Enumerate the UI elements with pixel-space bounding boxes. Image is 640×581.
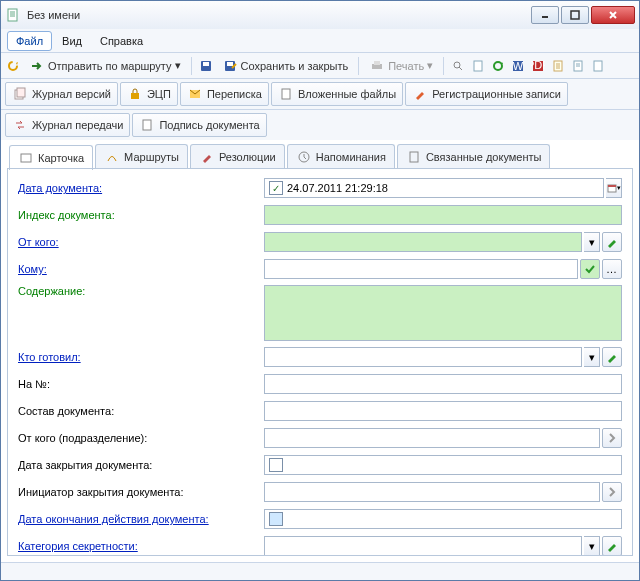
pdf-icon[interactable]: PDF — [530, 58, 546, 74]
secrecy-input[interactable] — [264, 536, 582, 556]
maximize-button[interactable] — [561, 6, 589, 24]
minimize-button[interactable] — [531, 6, 559, 24]
secrecy-edit-button[interactable] — [602, 536, 622, 556]
from-input[interactable] — [264, 232, 582, 252]
save-close-icon — [222, 58, 238, 74]
attach-icon — [278, 86, 294, 102]
label-secrecy[interactable]: Категория секретности: — [18, 540, 264, 552]
versions-button[interactable]: Журнал версий — [5, 82, 118, 106]
signature-button[interactable]: ЭЦП — [120, 82, 178, 106]
doc-index-input[interactable] — [264, 205, 622, 225]
close-button[interactable] — [591, 6, 635, 24]
save-close-button[interactable]: Сохранить и закрыть — [218, 56, 353, 76]
menubar: Файл Вид Справка — [1, 29, 639, 53]
menu-view[interactable]: Вид — [54, 32, 90, 50]
svg-point-3 — [9, 62, 17, 70]
page2-icon[interactable] — [570, 58, 586, 74]
from-dropdown[interactable]: ▾ — [584, 232, 600, 252]
versions-icon — [12, 86, 28, 102]
calendar-dropdown[interactable]: ▾ — [606, 178, 622, 198]
menu-help[interactable]: Справка — [92, 32, 151, 50]
refresh-green-icon[interactable] — [490, 58, 506, 74]
route-icon — [104, 149, 120, 165]
attachments-button[interactable]: Вложенные файлы — [271, 82, 403, 106]
prepared-dropdown[interactable]: ▾ — [584, 347, 600, 367]
save-icon[interactable] — [198, 58, 214, 74]
tab-reminders[interactable]: Напоминания — [287, 144, 395, 169]
to-input[interactable] — [264, 259, 578, 279]
transfer-log-button[interactable]: Журнал передачи — [5, 113, 130, 137]
svg-rect-24 — [282, 89, 290, 99]
from-dept-go-button[interactable] — [602, 428, 622, 448]
svg-rect-7 — [227, 62, 233, 66]
close-init-input[interactable] — [264, 482, 600, 502]
tab-card[interactable]: Карточка — [9, 145, 93, 170]
lock-icon — [127, 86, 143, 102]
composition-input[interactable] — [264, 401, 622, 421]
menu-file[interactable]: Файл — [7, 31, 52, 51]
tab-routes[interactable]: Маршруты — [95, 144, 188, 169]
svg-rect-0 — [8, 9, 17, 21]
doc-icon — [406, 149, 422, 165]
statusbar — [1, 562, 639, 580]
on-no-input[interactable] — [264, 374, 622, 394]
expiry-checkbox[interactable] — [269, 512, 283, 526]
expiry-input[interactable] — [264, 509, 622, 529]
doc-list-icon[interactable] — [550, 58, 566, 74]
close-init-go-button[interactable] — [602, 482, 622, 502]
label-close-date: Дата закрытия документа: — [18, 459, 264, 471]
clock-icon — [296, 149, 312, 165]
secrecy-dropdown[interactable]: ▾ — [584, 536, 600, 556]
page-icon[interactable] — [470, 58, 486, 74]
document-icon — [5, 7, 21, 23]
label-doc-index: Индекс документа: — [18, 209, 264, 221]
to-check-button[interactable] — [580, 259, 600, 279]
action-buttons-row-2: Журнал передачи Подпись документа — [1, 110, 639, 140]
action-buttons-row-1: Журнал версий ЭЦП Переписка Вложенные фа… — [1, 79, 639, 110]
prepared-edit-button[interactable] — [602, 347, 622, 367]
label-expiry[interactable]: Дата окончания действия документа: — [18, 513, 264, 525]
print-button[interactable]: Печать ▾ — [365, 56, 437, 76]
svg-text:PDF: PDF — [531, 59, 545, 71]
content-input[interactable] — [264, 285, 622, 341]
pencil-icon — [412, 86, 428, 102]
registration-button[interactable]: Регистрационные записи — [405, 82, 568, 106]
label-prepared[interactable]: Кто готовил: — [18, 351, 264, 363]
card-icon — [18, 150, 34, 166]
close-date-checkbox[interactable] — [269, 458, 283, 472]
svg-rect-28 — [410, 152, 418, 162]
from-edit-button[interactable] — [602, 232, 622, 252]
svg-rect-22 — [131, 93, 139, 99]
toolbar: Отправить по маршруту ▾ Сохранить и закр… — [1, 53, 639, 79]
svg-rect-9 — [374, 61, 380, 65]
reload-icon[interactable] — [5, 58, 21, 74]
doc-date-checkbox[interactable] — [269, 181, 283, 195]
docsig-icon — [139, 117, 155, 133]
close-date-input[interactable] — [264, 455, 622, 475]
svg-rect-21 — [17, 88, 25, 97]
mail-button[interactable]: Переписка — [180, 82, 269, 106]
find-icon[interactable] — [450, 58, 466, 74]
word-icon[interactable]: W — [510, 58, 526, 74]
to-browse-button[interactable]: … — [602, 259, 622, 279]
mail-icon — [187, 86, 203, 102]
from-dept-input[interactable] — [264, 428, 600, 448]
label-to[interactable]: Кому: — [18, 263, 264, 275]
page3-icon[interactable] — [590, 58, 606, 74]
label-doc-date[interactable]: Дата документа: — [18, 182, 264, 194]
print-icon — [369, 58, 385, 74]
label-content: Содержание: — [18, 285, 264, 297]
form-area: Дата документа: 24.07.2011 21:29:18 ▾ Ин… — [7, 169, 633, 556]
prepared-input[interactable] — [264, 347, 582, 367]
pen-icon — [199, 149, 215, 165]
tab-related[interactable]: Связанные документы — [397, 144, 551, 169]
doc-date-input[interactable]: 24.07.2011 21:29:18 — [264, 178, 604, 198]
send-route-button[interactable]: Отправить по маршруту ▾ — [25, 56, 185, 76]
label-from[interactable]: От кого: — [18, 236, 264, 248]
svg-rect-26 — [21, 154, 31, 162]
titlebar: Без имени — [1, 1, 639, 29]
tabs: Карточка Маршруты Резолюции Напоминания … — [1, 140, 639, 169]
doc-signature-button[interactable]: Подпись документа — [132, 113, 266, 137]
tab-resolutions[interactable]: Резолюции — [190, 144, 285, 169]
label-from-dept: От кого (подразделение): — [18, 432, 264, 444]
